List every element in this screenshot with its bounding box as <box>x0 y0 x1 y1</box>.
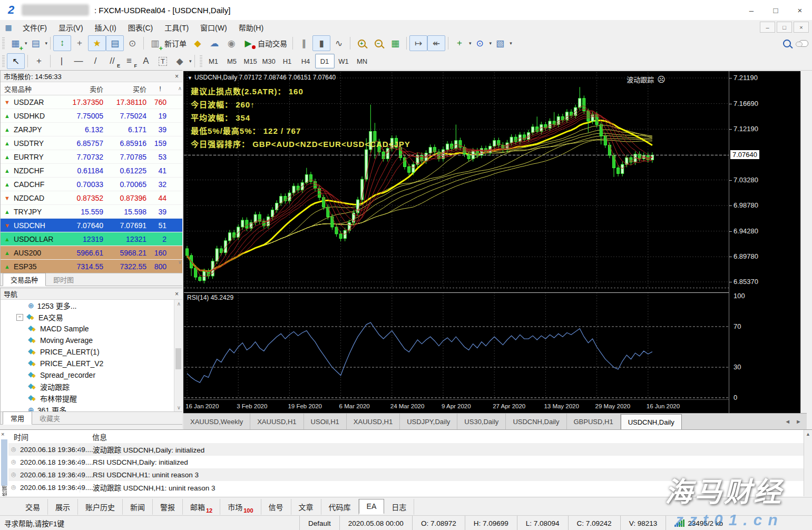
scroll-up-icon[interactable]: ▲ <box>806 431 810 437</box>
market-row-ESP35[interactable]: ▲ESP357314.557322.55800 <box>1 260 183 273</box>
mw-col-2[interactable]: 买价 <box>108 84 151 94</box>
market-row-ZARJPY[interactable]: ▲ZARJPY6.1326.17139 <box>1 123 183 136</box>
menu-item-6[interactable]: 帮助(H) <box>233 21 269 34</box>
new-order-icon-label[interactable]: 新订单 <box>164 38 187 48</box>
mdi-restore-button[interactable]: □ <box>777 22 792 33</box>
timeframe-H1[interactable]: H1 <box>278 54 297 68</box>
nav-item-9[interactable]: ⊕361 更多... <box>1 404 174 411</box>
menu-item-4[interactable]: 工具(T) <box>159 21 194 34</box>
rsi-indicator-plot[interactable] <box>184 292 729 399</box>
terminal-tab-信号[interactable]: 信号 <box>261 499 291 515</box>
periods-icon[interactable]: ⊙ <box>472 36 488 51</box>
trendline-icon[interactable]: / <box>87 54 104 68</box>
terminal-tab-邮箱[interactable]: 邮箱12 <box>183 499 220 515</box>
timeframe-M1[interactable]: M1 <box>204 54 223 68</box>
market-row-TRYJPY[interactable]: ▲TRYJPY15.55915.59839 <box>1 205 183 219</box>
close-icon[interactable]: × <box>174 290 180 298</box>
terminal-tab-账户历史[interactable]: 账户历史 <box>78 499 123 515</box>
templates-icon[interactable]: ▧ <box>492 36 508 51</box>
timeframe-M15[interactable]: M15 <box>241 54 260 68</box>
market-watch-icon[interactable]: ↕ <box>53 35 71 51</box>
market-watch-tab-即时图[interactable]: 即时图 <box>46 273 81 286</box>
dropdown-arrow-icon[interactable]: ▾ <box>469 41 472 46</box>
line-chart-icon[interactable]: ∿ <box>330 36 347 51</box>
menu-item-1[interactable]: 显示(V) <box>53 21 89 34</box>
main-price-plot[interactable] <box>184 72 729 288</box>
terminal-tab-交易[interactable]: 交易 <box>18 499 48 515</box>
scroll-up-icon[interactable]: ∧ <box>177 301 181 307</box>
terminal-grip[interactable] <box>1 439 7 486</box>
close-button[interactable]: × <box>788 0 812 20</box>
nav-item-6[interactable]: ◆◆Spread_recorder <box>1 369 174 381</box>
chat-icon[interactable] <box>795 36 812 51</box>
market-row-USDCNH[interactable]: ▼USDCNH7.076407.0769151 <box>1 219 183 232</box>
terminal-tab-展示[interactable]: 展示 <box>48 499 78 515</box>
market-row-AUS200[interactable]: ▲AUS2005966.615968.21160 <box>1 246 183 260</box>
journal-row-0[interactable]: ◎2020.06.18 19:36:49....波动跟踪 USDCNH,Dail… <box>8 443 804 456</box>
market-watch-tab-交易品种[interactable]: 交易品种 <box>3 273 46 286</box>
mdi-minimize-button[interactable]: – <box>760 22 775 33</box>
market-row-USDHKD[interactable]: ▲USDHKD7.750057.7502419 <box>1 109 183 123</box>
nav-item-2[interactable]: ◆◆MACD Sample <box>1 323 174 335</box>
candle-chart-icon[interactable]: ▮ <box>312 35 330 51</box>
terminal-tab-文章[interactable]: 文章 <box>291 499 321 515</box>
autotrade-icon-label[interactable]: 自动交易 <box>258 38 287 48</box>
terminal-tab-代码库[interactable]: 代码库 <box>321 499 359 515</box>
nav-item-3[interactable]: ◆◆Moving Average <box>1 335 174 346</box>
chart-tab-7[interactable]: GBPUSD,H1 <box>567 414 621 429</box>
tile-windows-icon[interactable]: ▦ <box>387 36 404 51</box>
cursor-icon[interactable]: ↖ <box>7 53 25 69</box>
navigator-tab-常用[interactable]: 常用 <box>3 411 32 425</box>
nav-item-1[interactable]: −◆◆EA交易 <box>1 311 174 323</box>
text-icon[interactable]: A <box>138 54 154 68</box>
metaeditor-icon[interactable]: ☁ <box>206 36 223 51</box>
terminal-tab-日志[interactable]: 日志 <box>384 499 414 515</box>
vline-icon[interactable]: | <box>53 54 70 68</box>
navigator-tab-收藏夹[interactable]: 收藏夹 <box>32 412 67 424</box>
toolbar-grip[interactable] <box>200 55 202 67</box>
timeframe-M5[interactable]: M5 <box>223 54 241 68</box>
journal-row-1[interactable]: ◎2020.06.18 19:36:49....RSI USDCNH,Daily… <box>8 456 804 468</box>
toolbar-grip[interactable] <box>2 55 5 67</box>
dropdown-arrow-icon[interactable]: ▾ <box>25 41 27 46</box>
chart-tab-2[interactable]: USOil,H1 <box>304 414 347 429</box>
autoscroll-icon[interactable]: ↦ <box>409 35 427 51</box>
rsi-chart-svg[interactable] <box>184 292 729 399</box>
fibonacci-icon[interactable]: ≡F <box>121 54 138 68</box>
menu-item-2[interactable]: 插入(I) <box>89 21 122 34</box>
close-icon[interactable]: × <box>1 431 4 437</box>
dropdown-arrow-icon[interactable]: ▾ <box>510 41 512 46</box>
data-window-icon[interactable]: + <box>71 36 88 51</box>
market-row-NZDCAD[interactable]: ▼NZDCAD0.873520.8739644 <box>1 191 183 205</box>
timeframe-D1[interactable]: D1 <box>315 54 335 68</box>
hline-icon[interactable]: — <box>70 54 87 68</box>
mw-col-1[interactable]: 卖价 <box>63 84 108 94</box>
navigator-scrollbar[interactable]: ∧ ∨ <box>174 300 183 411</box>
nav-item-7[interactable]: ◆◆波动跟踪 <box>1 381 174 392</box>
chart-right-scrollstrip[interactable] <box>800 71 807 413</box>
nav-item-5[interactable]: ◆◆PRICE_ALERT_V2 <box>1 358 174 369</box>
chart-tab-4[interactable]: USDJPY,Daily <box>400 414 457 429</box>
chart-tab-0[interactable]: XAUUSD,Weekly <box>183 414 250 429</box>
new-chart-icon[interactable]: ▦+ <box>7 36 24 51</box>
tab-scroll-right-icon[interactable]: ► <box>796 418 801 425</box>
chart-tab-8[interactable]: USDCNH,Daily <box>621 414 682 429</box>
candlestick-chart-svg[interactable] <box>184 72 729 288</box>
scroll-up-icon[interactable]: ∧ <box>178 85 182 91</box>
terminal-tab-新闻[interactable]: 新闻 <box>123 499 153 515</box>
timeframe-H4[interactable]: H4 <box>297 54 315 68</box>
journal-row-3[interactable]: ◎2020.06.18 19:36:49....波动跟踪 USDCNH,H1: … <box>8 481 804 494</box>
bar-chart-icon[interactable]: ∥ <box>296 36 312 51</box>
market-row-USDZAR[interactable]: ▼USDZAR17.3735017.38110760 <box>1 95 183 109</box>
dropdown-arrow-icon[interactable]: ▾ <box>45 41 48 46</box>
market-row-CADCHF[interactable]: ▲CADCHF0.700330.7006532 <box>1 178 183 191</box>
mdi-close-button[interactable]: × <box>794 22 809 33</box>
chart-tab-6[interactable]: USDCNH,Daily <box>506 414 566 429</box>
channel-icon[interactable]: //E <box>104 54 121 68</box>
minimize-button[interactable]: – <box>739 0 764 20</box>
tree-collapse-icon[interactable]: − <box>16 314 23 321</box>
script-icon[interactable]: ◆ <box>189 36 206 51</box>
strategy-tester-icon[interactable]: ⊙ <box>124 36 141 51</box>
chart-tab-3[interactable]: XAUUSD,H1 <box>347 414 400 429</box>
scrollbar-thumb[interactable] <box>175 348 181 369</box>
